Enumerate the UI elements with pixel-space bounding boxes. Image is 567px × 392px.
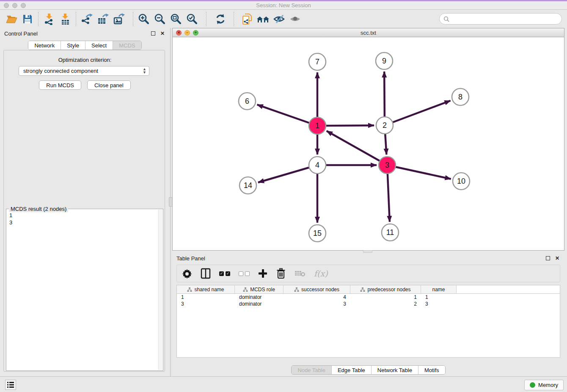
toolbar-separator	[76, 12, 76, 26]
control-panel-tabs: Network Style Select MCDS	[0, 41, 170, 50]
toolbar-separator	[133, 12, 133, 26]
zoom-fit-icon[interactable]	[168, 12, 184, 26]
function-builder-icon: f(x)	[314, 267, 328, 280]
table-cell[interactable]: 1	[421, 294, 457, 301]
graph-edge-4-14[interactable]	[258, 165, 317, 182]
mcds-result-group: MCDS result (2 nodes) 1 3	[6, 209, 163, 371]
save-icon[interactable]	[19, 12, 36, 26]
zoom-out-icon[interactable]	[152, 12, 168, 26]
table-cell[interactable]: 2	[350, 301, 421, 307]
table-cell[interactable]: 3	[284, 301, 350, 307]
memory-label: Memory	[538, 382, 558, 388]
network-canvas[interactable]: 7968124314101511	[173, 37, 564, 250]
table-row[interactable]: 3dominator323	[177, 301, 560, 307]
graph-node-label-2: 2	[383, 121, 387, 130]
import-network-icon[interactable]	[41, 12, 57, 26]
column-header-successor-nodes[interactable]: successor nodes	[284, 285, 350, 293]
criterion-dropdown[interactable]: strongly connected component ▲▼	[19, 66, 149, 76]
tab-motifs[interactable]: Motifs	[418, 366, 445, 374]
graph-node-label-10: 10	[457, 177, 465, 185]
titlebar[interactable]: Session: New Session	[0, 1, 567, 10]
close-table-panel-icon[interactable]: ✕	[554, 255, 560, 261]
table-cell[interactable]: 1	[350, 294, 421, 301]
open-folder-icon[interactable]	[3, 12, 19, 26]
home-first-neighbors-icon[interactable]	[255, 12, 271, 26]
main-toolbar	[0, 10, 567, 28]
table-cell[interactable]: dominator	[235, 301, 284, 307]
zoom-in-icon[interactable]	[136, 12, 152, 26]
node-table[interactable]: shared nameMCDS rolesuccessor nodesprede…	[176, 285, 560, 358]
graph-edge-3-1[interactable]	[327, 131, 387, 165]
table-cell[interactable]: 1	[177, 294, 235, 301]
table-cell[interactable]: 3	[177, 301, 235, 307]
show-column-panel-icon[interactable]	[201, 267, 211, 280]
add-column-icon[interactable]	[258, 267, 267, 280]
toolbar-separator	[38, 12, 39, 26]
search-box[interactable]	[439, 13, 562, 25]
column-header-predecessor-nodes[interactable]: predecessor nodes	[350, 285, 421, 293]
search-icon	[443, 16, 449, 22]
mcds-result-text[interactable]: 1 3	[7, 211, 158, 370]
select-all-rows-icon[interactable]: ✓✓	[219, 267, 230, 280]
memory-button[interactable]: Memory	[524, 380, 564, 390]
graph-node-label-14: 14	[244, 181, 252, 190]
show-all-eye-icon[interactable]	[287, 12, 303, 26]
column-header-MCDS-role[interactable]: MCDS role	[235, 285, 284, 293]
zoom-selected-icon[interactable]	[184, 12, 200, 26]
network-window-titlebar[interactable]: ✕ − + scc.txt	[173, 28, 564, 37]
deselect-all-rows-icon[interactable]	[239, 267, 250, 280]
copy-view-icon[interactable]	[239, 12, 255, 26]
refresh-icon[interactable]	[212, 12, 228, 26]
tab-node-table[interactable]: Node Table	[292, 366, 331, 374]
float-table-panel-icon[interactable]	[545, 255, 551, 261]
close-panel-button[interactable]: Close panel	[87, 80, 131, 90]
table-cell[interactable]: dominator	[235, 294, 284, 301]
graph-edge-3-10[interactable]	[387, 165, 451, 179]
table-cell[interactable]: 3	[421, 301, 457, 307]
table-cell[interactable]: 4	[284, 294, 350, 301]
control-panel-header: Control Panel ✕	[0, 28, 170, 39]
table-panel-header: Table Panel ✕	[172, 253, 564, 264]
table-panel-title: Table Panel	[176, 255, 542, 262]
export-table-icon[interactable]	[95, 12, 111, 26]
tab-network[interactable]: Network	[28, 41, 61, 50]
tab-network-table[interactable]: Network Table	[371, 366, 418, 374]
header-filler	[457, 285, 560, 293]
application-window: Session: New Session	[0, 0, 567, 392]
run-mcds-button[interactable]: Run MCDS	[39, 80, 81, 90]
graph-edge-1-6[interactable]	[257, 105, 317, 126]
graph-node-label-6: 6	[245, 97, 249, 105]
control-panel-title: Control Panel	[4, 30, 147, 37]
optimization-criterion-label: Optimization criterion:	[0, 57, 170, 63]
import-table-icon[interactable]	[57, 12, 73, 26]
column-header-name[interactable]: name	[421, 285, 457, 293]
graph-node-label-3: 3	[385, 161, 389, 169]
status-bar: Memory	[0, 376, 567, 392]
graph-node-label-4: 4	[315, 161, 319, 169]
delete-column-trash-icon[interactable]	[276, 267, 286, 280]
memory-status-dot	[530, 382, 535, 388]
float-panel-icon[interactable]	[150, 30, 156, 36]
graph-node-label-7: 7	[315, 58, 319, 66]
close-panel-icon[interactable]: ✕	[160, 30, 165, 36]
table-row[interactable]: 1dominator411	[177, 294, 560, 301]
tab-mcds[interactable]: MCDS	[113, 41, 141, 50]
tab-style[interactable]: Style	[61, 41, 85, 50]
graph-node-label-8: 8	[458, 93, 462, 101]
column-header-shared-name[interactable]: shared name	[177, 285, 235, 293]
export-network-icon[interactable]	[79, 12, 95, 26]
search-input[interactable]	[451, 15, 561, 23]
graph-node-label-1: 1	[315, 121, 319, 130]
tab-edge-table[interactable]: Edge Table	[331, 366, 371, 374]
table-tabs: Node Table Edge Table Network Table Moti…	[172, 365, 564, 375]
task-history-button[interactable]	[5, 380, 16, 390]
mcds-result-scrollbar[interactable]	[158, 210, 162, 370]
graph-edge-2-8[interactable]	[385, 101, 451, 125]
export-image-icon[interactable]	[111, 12, 127, 26]
tab-select[interactable]: Select	[85, 41, 113, 50]
network-title: scc.txt	[173, 30, 564, 36]
table-settings-gear-icon[interactable]	[182, 267, 192, 280]
toolbar-separator	[206, 12, 206, 26]
hide-selected-eye-icon[interactable]	[271, 12, 287, 26]
toolbar-separator	[234, 12, 234, 26]
